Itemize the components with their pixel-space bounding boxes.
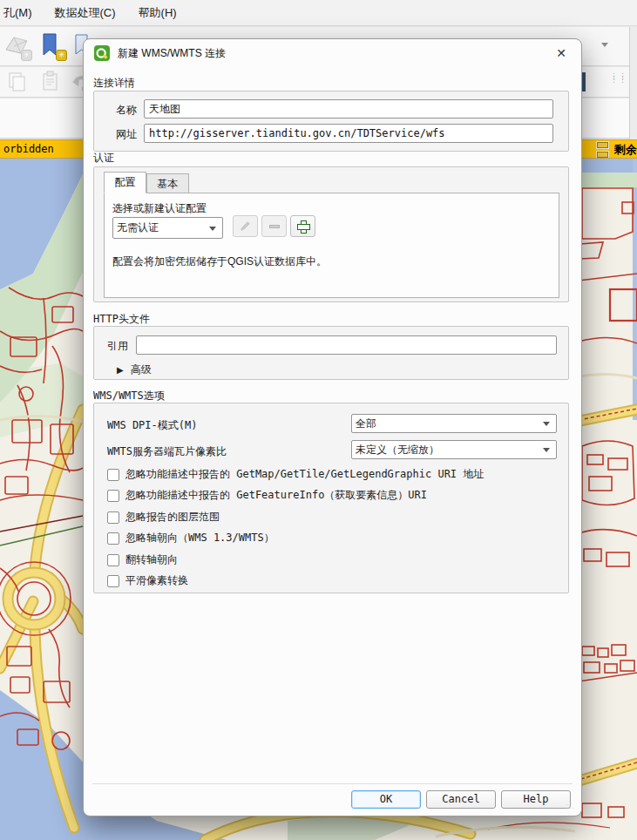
dpi-mode-value: 全部 [356,417,376,431]
expander-arrow-icon: ▶ [117,365,124,375]
tab-configurations[interactable]: 配置 [104,172,146,193]
panel-edge [629,27,637,139]
paste-icon[interactable] [40,71,66,97]
checkbox-icon [107,490,119,502]
checkbox-icon [107,511,119,524]
help-button[interactable]: Help [501,790,571,809]
remove-auth-button[interactable] [261,215,287,237]
menu-item-processing[interactable]: 数据处理(C) [55,5,116,21]
chevron-down-icon [543,448,550,452]
checkbox-ignore-layer-extents[interactable]: 忽略报告的图层范围 [107,510,220,525]
tile-ratio-value: 未定义（无缩放） [356,443,439,457]
message-bar-action-label[interactable]: 剩余 [614,142,637,158]
http-headers-groupbox: 引用 ▶高级 [93,326,569,380]
referer-input[interactable] [136,335,557,355]
new-wms-connection-dialog: 新建 WMS/WMTS 连接 ✕ 连接详情 名称 网址 认证 配置 基本 选择或… [83,38,582,816]
auth-tab-panel: 选择或新建认证配置 无需认证 配置会将加密凭据储存于QGIS认证数据库中。 [104,193,559,298]
name-input[interactable] [144,99,553,119]
copy-icon[interactable] [7,71,33,97]
auth-config-value: 无需认证 [117,220,159,235]
url-label: 网址 [116,127,137,142]
plus-icon [297,220,308,232]
message-bar-text: orbidden [0,143,54,155]
section-connection-details: 连接详情 [93,76,135,91]
close-icon[interactable]: ✕ [553,45,569,61]
new-badge-icon: ✳ [56,50,67,61]
dpi-mode-select[interactable]: 全部 [351,414,557,433]
checkbox-icon [107,575,119,587]
dialog-title: 新建 WMS/WMTS 连接 [118,46,226,61]
checkbox-ignore-getfeatureinfo-uri[interactable]: 忽略功能描述中报告的 GetFeatureInfo（获取要素信息）URI [107,488,427,503]
checkbox-label: 翻转轴朝向 [125,552,178,567]
chevron-down-icon [209,227,216,231]
checkbox-ignore-getmap-uri[interactable]: 忽略功能描述中报告的 GetMap/GetTile/GetLegendGraph… [107,467,484,482]
add-auth-button[interactable] [290,215,315,237]
toolbar-separator [582,72,586,91]
auth-note: 配置会将加密凭据储存于QGIS认证数据库中。 [112,254,327,269]
dialog-titlebar[interactable]: 新建 WMS/WMTS 连接 ✕ [84,39,581,67]
connection-groupbox: 名称 网址 [93,91,569,152]
edit-auth-button[interactable] [233,215,258,237]
menu-bar: 孔(M) 数据处理(C) 帮助(H) [0,0,637,26]
advanced-label: 高级 [131,363,152,376]
new-bookmark-icon[interactable]: ✳ [38,32,64,58]
section-wms-options: WMS/WMTS选项 [93,389,165,403]
stacked-windows-icon[interactable] [596,141,609,159]
choose-config-label: 选择或新建认证配置 [112,201,207,216]
qgis-main-window: 孔(M) 数据处理(C) 帮助(H) ✳ ✳ [0,0,637,840]
checkbox-smooth-pixmap[interactable]: 平滑像素转换 [107,573,188,588]
button-separator [92,783,573,784]
checkbox-label: 平滑像素转换 [125,573,188,588]
chevron-down-icon [543,422,550,426]
tab-basic[interactable]: 基本 [146,173,189,193]
auth-config-select[interactable]: 无需认证 [112,217,223,239]
url-input[interactable] [144,124,553,143]
checkbox-icon [107,532,119,545]
section-authentication: 认证 [93,151,114,166]
auth-groupbox: 配置 基本 选择或新建认证配置 无需认证 配置会将加密凭据储存于QGIS认证数据… [93,166,569,302]
wms-options-groupbox: WMS DPI-模式(M) 全部 WMTS服务器端瓦片像素比 未定义（无缩放） … [93,403,569,593]
tile-ratio-label: WMTS服务器端瓦片像素比 [107,444,227,459]
checkbox-label: 忽略报告的图层范围 [125,510,220,525]
checkbox-label: 忽略轴朝向（WMS 1.3/WMTS） [125,531,274,545]
toolbar-drag-handle[interactable]: ⋮⋮⋮⋮ [610,74,627,81]
minus-icon [269,225,280,228]
checkbox-invert-axis[interactable]: 翻转轴朝向 [107,552,178,567]
pencil-icon [240,220,251,232]
new-badge-icon: ✳ [21,50,32,61]
checkbox-icon [107,469,119,481]
referer-label: 引用 [107,339,128,354]
toolbar-overflow-chevron-icon[interactable] [601,43,608,47]
cancel-button[interactable]: Cancel [426,790,496,809]
menu-item-mesh[interactable]: 孔(M) [3,5,32,21]
checkbox-label: 忽略功能描述中报告的 GetMap/GetTile/GetLegendGraph… [125,467,484,482]
dpi-mode-label: WMS DPI-模式(M) [107,418,197,433]
resize-grip[interactable]: ······ [566,800,576,810]
checkbox-label: 忽略功能描述中报告的 GetFeatureInfo（获取要素信息）URI [125,488,427,503]
new-mesh-layer-icon[interactable]: ✳ [3,32,30,58]
tile-ratio-select[interactable]: 未定义（无缩放） [351,440,557,459]
checkbox-ignore-axis-orientation[interactable]: 忽略轴朝向（WMS 1.3/WMTS） [107,531,274,545]
advanced-expander[interactable]: ▶高级 [117,362,152,377]
checkbox-icon [107,554,119,566]
qgis-logo-icon [94,45,110,61]
ok-button[interactable]: OK [351,790,421,809]
name-label: 名称 [116,103,137,118]
section-http-headers: HTTP头文件 [93,312,150,327]
menu-item-help[interactable]: 帮助(H) [139,5,177,21]
